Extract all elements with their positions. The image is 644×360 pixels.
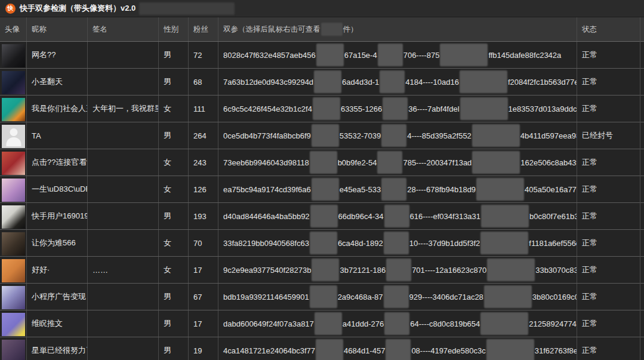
redaction-overlay	[312, 259, 339, 281]
column-header-signature[interactable]: 签名	[88, 17, 159, 41]
table-row[interactable]: 小圣翻天 男 68 7a63b12de0d943c99294d 6ad4d3d-…	[0, 69, 644, 96]
table-row[interactable]: 维眖推文 男 17 dabd600649f24f07a3a817 a41ddd-…	[0, 310, 644, 337]
table-row[interactable]: 好好· …… 女 17 9c2e9ea9377540f28273b 3b7212…	[0, 257, 644, 284]
params-segment: ea75bc94a9174cd39f6a6	[223, 185, 311, 194]
table-row[interactable]: 让你为难566 女 70 33fa8219bb0940568fc63 6ca48…	[0, 230, 644, 257]
nickname-text: 让你为难566	[32, 238, 76, 248]
params-segment: 3b80c0169c003bc2	[532, 293, 577, 301]
redaction-overlay	[472, 151, 520, 174]
params-segment: 929----3406dc71ac28	[409, 293, 483, 301]
params-segment: 28----678fb94b18d9	[407, 185, 476, 194]
params-cell[interactable]: 0ce5db4b773f4fa8bcb6f9 53532-7039 4----8…	[218, 122, 577, 149]
avatar-cell	[0, 176, 27, 202]
params-segment: a41ddd-276	[343, 319, 384, 328]
table-row[interactable]: 快手用户16901900 男 193 d40ad844646a4ba5bb92 …	[0, 203, 644, 230]
redaction-overlay	[460, 97, 508, 120]
nickname-text: 小程序广告变现	[32, 291, 86, 302]
redaction-overlay	[380, 70, 405, 93]
params-cell[interactable]: bdb19a93921146459901 2a9c468a-87 929----…	[218, 284, 577, 310]
params-cell[interactable]: 9c2e9ea9377540f28273b 3b72121-186 701---…	[218, 257, 577, 283]
avatar-cell	[0, 230, 27, 256]
params-cell[interactable]: 8028c47f632e4857aeb456 67a15e-4 706----8…	[218, 42, 577, 68]
params-segment: 31f62763f8eee9e	[535, 346, 577, 355]
window-title: 快手双参检测（带头像资料）v2.0	[20, 3, 135, 14]
fans-count: 19	[193, 346, 202, 355]
signature-cell: ……	[88, 257, 159, 283]
table-row[interactable]: 我是你们社会人王 大年初一，我祝群里所 女 111 6c9c5c426f454e…	[0, 96, 644, 122]
column-header-avatar[interactable]: 头像	[0, 17, 27, 41]
nickname-text: TA	[32, 131, 41, 140]
redaction-overlay	[384, 205, 409, 227]
table-row[interactable]: TA 男 264 0ce5db4b773f4fa8bcb6f9 53532-70…	[0, 122, 644, 149]
avatar	[2, 125, 25, 148]
status-badge: 正常	[582, 157, 597, 168]
params-cell[interactable]: d40ad844646a4ba5bb92 66db96c4-34 616----…	[218, 203, 577, 229]
avatar-cell	[0, 310, 27, 337]
redaction-overlay	[310, 205, 338, 227]
column-header-gender[interactable]: 性别	[159, 17, 189, 41]
table-row[interactable]: 小程序广告变现 男 67 bdb19a93921146459901 2a9c46…	[0, 284, 644, 310]
gender-cell: 男	[159, 42, 189, 68]
params-cell[interactable]: 7a63b12de0d943c99294d 6ad4d3d-1 4184----…	[218, 69, 577, 95]
table-row[interactable]: 星単已经很努力了 男 19 4ca1481721e24064bc3f77 468…	[0, 337, 644, 360]
window-edge-divider	[640, 17, 640, 360]
status-cell: 正常	[577, 69, 644, 95]
column-header-nickname[interactable]: 昵称	[27, 17, 88, 41]
fans-count: 67	[193, 293, 202, 301]
table-row[interactable]: 一生\uD83C\uDF 女 126 ea75bc94a9174cd39f6a6…	[0, 176, 644, 203]
fans-cell: 72	[189, 42, 218, 68]
table-row[interactable]: 网名?? 男 72 8028c47f632e4857aeb456 67a15e-…	[0, 42, 644, 69]
nickname-cell: 一生\uD83C\uDF	[27, 176, 88, 202]
params-cell[interactable]: 6c9c5c426f454e32b1c2f4 63355-1266 36----…	[218, 96, 577, 122]
redaction-overlay	[139, 2, 235, 15]
status-badge: 正常	[582, 318, 597, 329]
gender-cell: 女	[159, 96, 189, 122]
signature-cell	[88, 149, 159, 176]
redaction-overlay	[377, 151, 402, 174]
avatar	[2, 259, 25, 282]
params-segment: f1181a6ef556cc2	[529, 239, 577, 248]
signature-cell: 大年初一，我祝群里所	[88, 96, 159, 122]
nickname-cell: 维眖推文	[27, 310, 88, 337]
avatar	[2, 232, 25, 256]
params-segment: 1e83537d013a9ddc1b	[509, 104, 577, 113]
params-segment: 4----85d395a2f552	[407, 131, 472, 140]
nickname-text: 维眖推文	[32, 318, 63, 329]
params-segment: 6c9c5c426f454e32b1c2f4	[223, 104, 312, 113]
params-segment: bdb19a93921146459901	[223, 293, 309, 301]
app-icon: 快	[5, 4, 16, 14]
redaction-overlay	[480, 232, 528, 254]
fans-cell: 17	[189, 310, 218, 337]
app-window: 快 快手双参检测（带头像资料）v2.0 头像 昵称 签名 性别 粉丝 双参（选择…	[0, 0, 644, 360]
nickname-text: 网名??	[32, 50, 56, 60]
fans-count: 126	[193, 185, 207, 194]
fans-cell: 67	[189, 284, 218, 310]
nickname-cell: 我是你们社会人王	[27, 96, 88, 122]
column-header-fans[interactable]: 粉丝	[189, 17, 218, 41]
column-header-status[interactable]: 状态	[577, 17, 644, 41]
table-row[interactable]: 点击??连接官看 女 243 73eeb6b9946043d98118 b0b9…	[0, 149, 644, 176]
fans-count: 243	[193, 158, 207, 167]
params-segment: 66db96c4-34	[338, 212, 384, 221]
params-segment: 405a50e16a776ec	[525, 185, 577, 194]
params-cell[interactable]: dabd600649f24f07a3a817 a41ddd-276 64----…	[218, 310, 577, 337]
avatar	[2, 340, 25, 360]
params-segment: 2a9c468a-87	[338, 293, 383, 301]
signature-cell	[88, 310, 159, 337]
params-segment: 6ad4d3d-1	[342, 78, 379, 87]
params-cell[interactable]: 73eeb6b9946043d98118 b0b9fe2-54 785----2…	[218, 149, 577, 176]
nickname-text: 一生\uD83C\uDF	[32, 184, 88, 195]
params-segment: 73eeb6b9946043d98118	[223, 158, 309, 167]
status-cell: 正常	[577, 337, 644, 360]
redaction-overlay	[313, 97, 340, 120]
params-segment: 4b411d597eea983	[520, 131, 577, 140]
column-header-params[interactable]: 双参（选择后鼠标右击可查看 件）	[218, 17, 577, 41]
signature-cell	[88, 69, 159, 95]
params-cell[interactable]: 4ca1481721e24064bc3f77 4684d1-457 08----…	[218, 337, 577, 360]
params-segment: 4684d1-457	[344, 346, 385, 355]
signature-cell	[88, 337, 159, 360]
status-badge: 正常	[582, 184, 597, 195]
params-cell[interactable]: ea75bc94a9174cd39f6a6 e45ea5-533 28----6…	[218, 176, 577, 202]
params-cell[interactable]: 33fa8219bb0940568fc63 6ca48d-1892 10----…	[218, 230, 577, 256]
gender-text: 男	[164, 130, 171, 141]
